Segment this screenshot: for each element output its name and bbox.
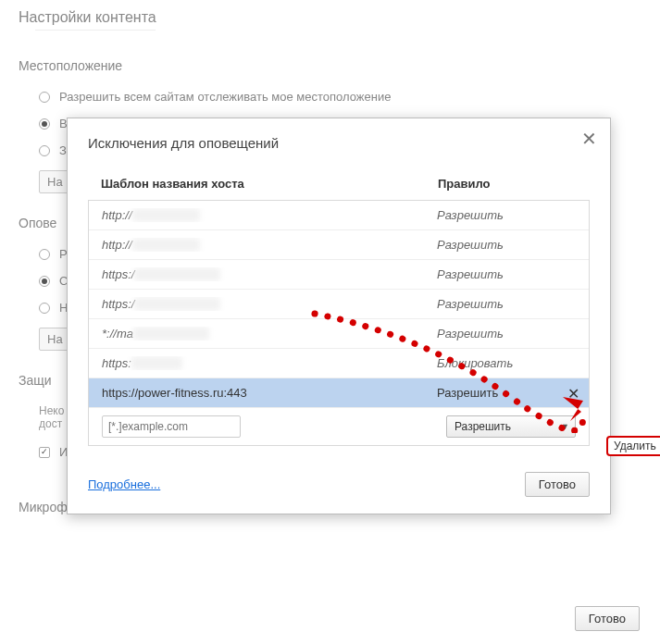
rule-cell: Разрешить	[437, 297, 576, 311]
more-link[interactable]: Подробнее...	[88, 477, 160, 491]
page-title: Настройки контента	[19, 9, 641, 26]
radio-icon	[39, 249, 50, 260]
remove-row-icon[interactable]: ✕	[567, 384, 579, 402]
section-location-heading: Местоположение	[19, 58, 641, 73]
rule-cell: Разрешить	[437, 386, 576, 400]
col-host-header: Шаблон названия хоста	[101, 177, 438, 191]
modal-footer: Подробнее... Готово	[88, 472, 590, 497]
new-exception-row: Разрешить ▼	[89, 407, 589, 445]
page-done-button[interactable]: Готово	[575, 606, 640, 631]
host-cell: https:/██████████	[102, 267, 437, 281]
table-row[interactable]: http://████████Разрешить	[89, 200, 589, 229]
rule-cell: Разрешить	[437, 238, 576, 252]
table-row[interactable]: https://power-fitness.ru:443Разрешить✕	[89, 378, 589, 407]
host-cell: *://ma████████ *	[102, 327, 437, 341]
modal-title: Исключения для оповещений	[88, 135, 590, 151]
location-opt-allow-all[interactable]: Разрешить всем сайтам отслеживать мое ме…	[39, 90, 641, 104]
rule-cell: Разрешить	[437, 208, 576, 222]
table-row[interactable]: *://ma████████ *Разрешить	[89, 318, 589, 348]
host-cell: https://power-fitness.ru:443	[102, 386, 437, 400]
radio-icon	[39, 276, 50, 287]
radio-icon	[39, 145, 50, 156]
table-row[interactable]: https:/██████████Разрешить	[89, 259, 589, 289]
rule-cell: Разрешить	[437, 327, 576, 341]
host-cell: http://████████	[102, 208, 437, 222]
radio-icon	[39, 118, 50, 130]
close-icon[interactable]: ✕	[581, 130, 597, 148]
rule-cell: Блокировать	[437, 356, 576, 370]
table-row[interactable]: https:/██████████Разрешить	[89, 289, 589, 318]
radio-icon	[39, 92, 50, 103]
table-row[interactable]: https:██████Блокировать	[89, 348, 589, 378]
exceptions-modal: ✕ Исключения для оповещений Шаблон назва…	[67, 118, 611, 514]
rule-cell: Разрешить	[437, 267, 576, 281]
modal-done-button[interactable]: Готово	[525, 472, 590, 497]
rule-select-value: Разрешить	[455, 420, 511, 433]
option-label: Разрешить всем сайтам отслеживать мое ме…	[59, 90, 391, 104]
radio-icon	[39, 303, 50, 314]
chevron-down-icon: ▼	[561, 422, 569, 431]
host-input[interactable]	[102, 415, 241, 438]
annotation-label: Удалить	[606, 436, 660, 456]
exceptions-table: http://████████Разрешитьhttp://████████Р…	[88, 200, 590, 446]
table-row[interactable]: http://████████Разрешить	[89, 229, 589, 259]
host-cell: https:██████	[102, 356, 437, 370]
host-cell: https:/██████████	[102, 297, 437, 311]
rule-select[interactable]: Разрешить ▼	[446, 415, 576, 438]
divider	[35, 30, 156, 31]
option-label: З	[59, 143, 67, 157]
table-header: Шаблон названия хоста Правило	[88, 177, 590, 200]
checkbox-icon: ✓	[39, 447, 50, 458]
col-rule-header: Правило	[438, 177, 577, 191]
host-cell: http://████████	[102, 238, 437, 252]
